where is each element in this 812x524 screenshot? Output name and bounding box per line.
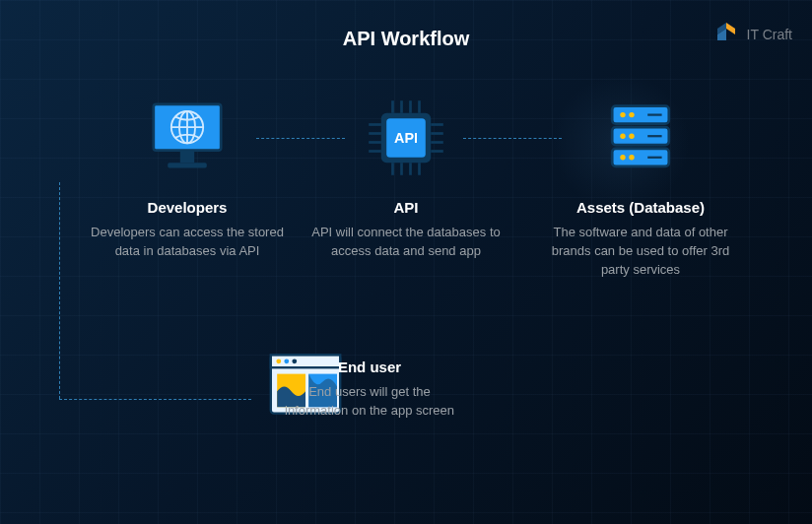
svg-text:API: API — [394, 130, 418, 146]
node-api-title: API — [393, 199, 418, 216]
monitor-globe-icon — [138, 89, 237, 187]
svg-point-27 — [620, 112, 625, 117]
node-developers-title: Developers — [148, 199, 228, 216]
node-api-desc: API will connect the databases to access… — [298, 224, 514, 261]
brand-logo-icon — [711, 20, 741, 49]
node-enduser: End user End users will get the informat… — [217, 335, 434, 421]
node-api: API API API will connect the databases t… — [298, 89, 514, 261]
brand-text: IT Craft — [747, 27, 792, 42]
diagram-title: API Workflow — [343, 28, 470, 50]
server-stack-icon — [591, 89, 690, 187]
svg-point-28 — [629, 112, 634, 117]
svg-point-32 — [629, 155, 634, 160]
node-enduser-desc: End users will get the information on th… — [271, 383, 468, 421]
chip-api-icon: API — [357, 89, 455, 187]
node-assets-desc: The software and data of other brands ca… — [532, 224, 749, 280]
node-developers: Developers Developers can access the sto… — [79, 89, 296, 261]
svg-rect-2 — [168, 163, 207, 167]
svg-rect-1 — [180, 151, 194, 164]
node-assets-title: Assets (Database) — [576, 199, 705, 216]
node-enduser-title: End user — [271, 359, 468, 375]
svg-point-31 — [620, 155, 625, 160]
node-assets: Assets (Database) The software and data … — [532, 89, 749, 280]
node-developers-desc: Developers can access the stored data in… — [79, 224, 296, 261]
connector-developers-enduser-vertical — [59, 182, 60, 399]
brand-badge: IT Craft — [711, 20, 792, 49]
svg-point-30 — [629, 134, 634, 139]
svg-point-29 — [620, 134, 625, 139]
